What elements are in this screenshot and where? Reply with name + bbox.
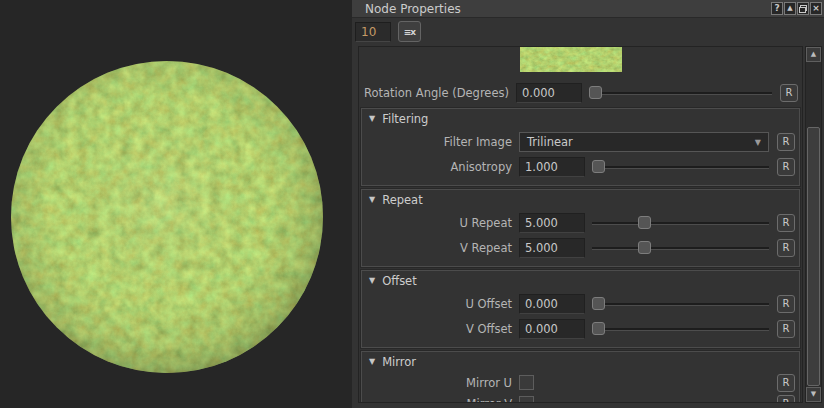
collapse-triangle-icon: ▼ xyxy=(369,277,375,285)
properties-scroll-area: Rotation Angle (Degrees) R ▼ Filtering F… xyxy=(358,46,803,403)
window-controls: ? ▲ × xyxy=(771,2,824,15)
v-offset-reset-button[interactable]: R xyxy=(777,320,795,338)
mirror-section: ▼ Mirror Mirror U R Mirror V R xyxy=(361,351,800,403)
shade-button[interactable]: ▲ xyxy=(784,2,796,15)
slider-track xyxy=(592,247,769,250)
v-offset-input[interactable] xyxy=(519,319,585,339)
repeat-section: ▼ Repeat U Repeat R V Repeat xyxy=(361,189,800,267)
mirror-section-header[interactable]: ▼ Mirror xyxy=(362,352,799,370)
v-offset-row: V Offset R xyxy=(366,319,795,339)
scroll-up-icon: ▲ xyxy=(811,51,816,58)
node-properties-panel: Node Properties ? ▲ × ≡x xyxy=(352,0,824,408)
filtering-section-header[interactable]: ▼ Filtering xyxy=(362,109,799,127)
anisotropy-reset-button[interactable]: R xyxy=(777,158,795,176)
repeat-section-header[interactable]: ▼ Repeat xyxy=(362,190,799,208)
close-icon: × xyxy=(812,4,820,13)
dropdown-arrow-icon: ▼ xyxy=(755,138,761,147)
panel-titlebar[interactable]: Node Properties ? ▲ × xyxy=(352,0,824,18)
scroll-down-button[interactable]: ▼ xyxy=(806,387,821,402)
mirror-v-label: Mirror V xyxy=(366,397,519,404)
rotation-angle-input[interactable] xyxy=(516,83,582,103)
clear-icon: ≡x xyxy=(404,27,415,37)
float-button[interactable] xyxy=(797,2,809,15)
filter-image-value: Trilinear xyxy=(527,135,573,149)
node-number-input[interactable] xyxy=(355,22,391,42)
u-offset-reset-button[interactable]: R xyxy=(777,295,795,313)
v-repeat-input[interactable] xyxy=(519,238,585,258)
filter-image-reset-button[interactable]: R xyxy=(777,133,795,151)
mirror-section-title: Mirror xyxy=(382,355,416,369)
rotation-angle-slider[interactable] xyxy=(589,86,772,101)
offset-section-header[interactable]: ▼ Offset xyxy=(362,271,799,289)
rotation-angle-reset-button[interactable]: R xyxy=(780,84,798,102)
help-icon: ? xyxy=(774,4,779,13)
slider-handle[interactable] xyxy=(592,160,605,173)
slider-handle[interactable] xyxy=(592,322,605,335)
shade-icon: ▲ xyxy=(787,5,792,12)
restore-icon xyxy=(799,5,807,13)
slider-track xyxy=(592,328,769,331)
clear-button[interactable]: ≡x xyxy=(398,21,421,42)
anisotropy-row: Anisotropy R xyxy=(366,157,795,177)
u-repeat-reset-button[interactable]: R xyxy=(777,214,795,232)
slider-track xyxy=(589,92,772,95)
mirror-v-row: Mirror V R xyxy=(366,395,795,403)
filtering-section: ▼ Filtering Filter Image Trilinear ▼ R A… xyxy=(361,108,800,186)
panel-title: Node Properties xyxy=(365,2,461,16)
u-repeat-label: U Repeat xyxy=(366,216,519,230)
scrollbar-track[interactable] xyxy=(807,62,820,387)
v-offset-slider[interactable] xyxy=(592,322,769,337)
u-offset-label: U Offset xyxy=(366,297,519,311)
mirror-u-label: Mirror U xyxy=(366,376,519,390)
grass-sphere-graphic xyxy=(10,60,324,374)
u-repeat-row: U Repeat R xyxy=(366,213,795,233)
panel-toolbar: ≡x xyxy=(352,18,824,45)
u-offset-slider[interactable] xyxy=(592,297,769,312)
mirror-u-row: Mirror U R xyxy=(366,374,795,391)
v-repeat-reset-button[interactable]: R xyxy=(777,239,795,257)
v-repeat-slider[interactable] xyxy=(592,241,769,256)
anisotropy-input[interactable] xyxy=(519,157,585,177)
u-repeat-slider[interactable] xyxy=(592,216,769,231)
scroll-down-icon: ▼ xyxy=(811,391,816,398)
filtering-section-title: Filtering xyxy=(382,112,428,126)
u-offset-input[interactable] xyxy=(519,294,585,314)
filter-image-dropdown[interactable]: Trilinear ▼ xyxy=(519,132,769,152)
slider-handle[interactable] xyxy=(638,241,651,254)
grass-thumbnail-graphic xyxy=(520,47,622,72)
filter-image-label: Filter Image xyxy=(366,135,519,149)
help-button[interactable]: ? xyxy=(771,2,783,15)
viewport-3d[interactable] xyxy=(0,0,352,408)
vertical-scrollbar[interactable]: ▲ ▼ xyxy=(805,46,822,403)
offset-section-title: Offset xyxy=(382,274,417,288)
mirror-u-checkbox[interactable] xyxy=(519,375,534,390)
rotation-angle-row: Rotation Angle (Degrees) R xyxy=(363,83,798,103)
texture-thumbnail xyxy=(520,47,622,72)
v-repeat-label: V Repeat xyxy=(366,241,519,255)
slider-track xyxy=(592,303,769,306)
collapse-triangle-icon: ▼ xyxy=(369,196,375,204)
close-button[interactable]: × xyxy=(810,2,822,15)
collapse-triangle-icon: ▼ xyxy=(369,358,375,366)
anisotropy-slider[interactable] xyxy=(592,160,769,175)
scrollbar-thumb[interactable] xyxy=(807,127,820,386)
mirror-v-reset-button[interactable]: R xyxy=(777,395,795,404)
filter-image-row: Filter Image Trilinear ▼ R xyxy=(366,132,795,152)
scroll-up-button[interactable]: ▲ xyxy=(806,47,821,62)
slider-track xyxy=(592,222,769,225)
mirror-v-checkbox[interactable] xyxy=(519,396,534,403)
application-window: Node Properties ? ▲ × ≡x xyxy=(0,0,824,408)
v-offset-label: V Offset xyxy=(366,322,519,336)
repeat-section-title: Repeat xyxy=(382,193,422,207)
mirror-u-reset-button[interactable]: R xyxy=(777,374,795,392)
v-repeat-row: V Repeat R xyxy=(366,238,795,258)
slider-handle[interactable] xyxy=(638,216,651,229)
u-repeat-input[interactable] xyxy=(519,213,585,233)
anisotropy-label: Anisotropy xyxy=(366,160,519,174)
slider-handle[interactable] xyxy=(589,86,602,99)
collapse-triangle-icon: ▼ xyxy=(369,115,375,123)
slider-track xyxy=(592,166,769,169)
textured-sphere-preview xyxy=(10,60,324,374)
rotation-angle-label: Rotation Angle (Degrees) xyxy=(363,86,516,100)
slider-handle[interactable] xyxy=(592,297,605,310)
